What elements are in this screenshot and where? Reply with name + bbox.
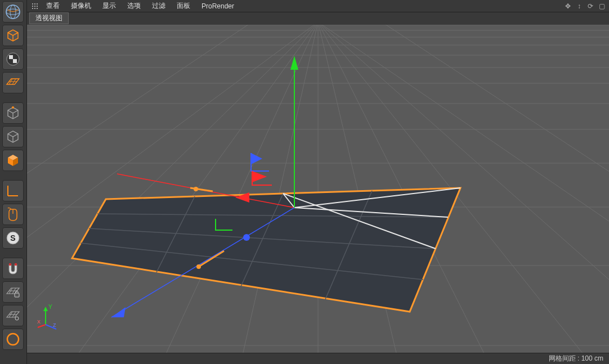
mouse-icon[interactable] — [2, 204, 24, 225]
selected-plane[interactable] — [72, 188, 460, 312]
plane-lock-icon[interactable] — [2, 281, 24, 303]
svg-line-49 — [27, 25, 318, 353]
viewport-scene — [27, 25, 609, 353]
svg-point-28 — [37, 3, 38, 5]
svg-point-81 — [196, 264, 201, 269]
svg-rect-15 — [9, 263, 11, 266]
view-label: 透视视图 — [29, 12, 69, 24]
grid-spacing-label: 网格间距 : 100 cm — [549, 354, 603, 363]
cube-point-icon[interactable] — [2, 102, 24, 124]
mini-axis-z-label: Z — [53, 322, 56, 328]
s-sphere-icon[interactable]: S — [2, 227, 24, 249]
globe-icon[interactable] — [2, 1, 24, 23]
nav-move-icon[interactable]: ✥ — [564, 2, 572, 10]
checker-sphere-icon[interactable] — [2, 48, 24, 70]
svg-rect-20 — [15, 293, 19, 297]
svg-point-26 — [32, 3, 33, 5]
view-label-bar: 透视视图 — [27, 12, 609, 25]
svg-point-34 — [37, 8, 38, 9]
svg-point-25 — [7, 334, 19, 345]
viewport[interactable]: Y X Z — [27, 25, 609, 353]
svg-point-33 — [34, 8, 35, 9]
mini-axis-indicator: Y X Z — [37, 302, 65, 330]
mini-axis-x-label: X — [37, 319, 41, 325]
svg-point-32 — [32, 8, 33, 9]
svg-point-8 — [12, 106, 14, 109]
menu-view[interactable]: 查看 — [42, 0, 64, 12]
svg-point-31 — [37, 6, 38, 7]
svg-point-27 — [34, 3, 35, 5]
viewport-menubar: 查看 摄像机 显示 选项 过滤 面板 ProRender ✥ ↕ ⟳ ▢ — [27, 0, 609, 12]
mini-axis-y-label: Y — [48, 304, 52, 310]
svg-line-52 — [241, 25, 318, 353]
cube-shaded-icon[interactable] — [2, 150, 24, 171]
magnet-icon[interactable] — [2, 258, 24, 279]
axis-icon[interactable] — [2, 180, 24, 201]
svg-point-74 — [194, 187, 198, 191]
left-toolbar: S — [0, 0, 27, 364]
cube-solid-icon[interactable] — [2, 25, 24, 46]
cube-wire-icon[interactable] — [2, 126, 24, 147]
svg-line-73 — [190, 188, 213, 191]
svg-point-29 — [32, 6, 33, 7]
status-bar: 网格间距 : 100 cm — [27, 353, 609, 364]
ring-icon[interactable] — [2, 329, 24, 350]
nav-rotate-icon[interactable]: ⟳ — [586, 2, 594, 10]
menu-display[interactable]: 显示 — [98, 0, 120, 12]
menu-panel[interactable]: 面板 — [172, 0, 195, 12]
plane-grid2-icon[interactable] — [2, 305, 24, 326]
svg-line-48 — [27, 25, 318, 353]
svg-point-79 — [243, 234, 250, 241]
svg-line-84 — [38, 325, 46, 327]
svg-point-24 — [15, 317, 19, 320]
nav-zoom-icon[interactable]: ↕ — [575, 2, 583, 10]
menu-filter[interactable]: 过滤 — [147, 0, 170, 12]
svg-rect-16 — [15, 263, 17, 266]
plane-grid-icon[interactable] — [2, 72, 24, 93]
menu-prorender[interactable]: ProRender — [197, 1, 239, 11]
svg-text:S: S — [10, 233, 15, 242]
menu-camera[interactable]: 摄像机 — [66, 0, 96, 12]
nav-maximize-icon[interactable]: ▢ — [598, 2, 606, 10]
main-area: 查看 摄像机 显示 选项 过滤 面板 ProRender ✥ ↕ ⟳ ▢ 透视视… — [27, 0, 609, 364]
svg-marker-83 — [43, 307, 48, 311]
grid-menu-icon[interactable] — [30, 2, 39, 11]
svg-marker-76 — [290, 56, 298, 70]
menu-options[interactable]: 选项 — [123, 0, 145, 12]
svg-point-30 — [34, 6, 35, 7]
